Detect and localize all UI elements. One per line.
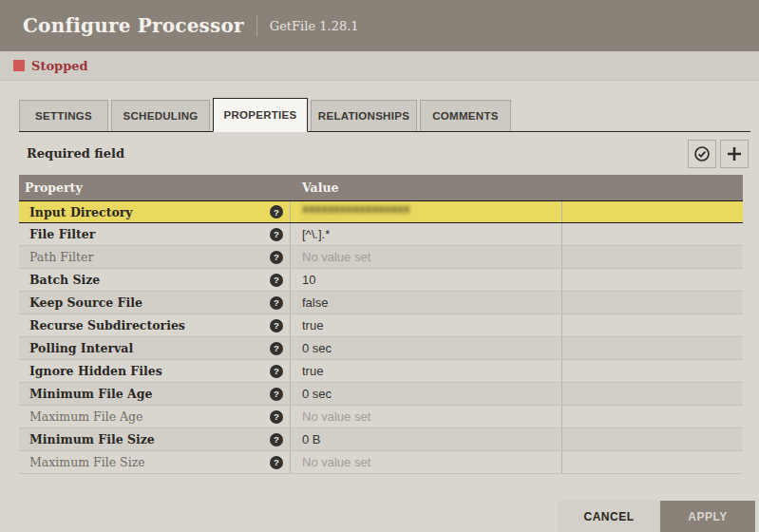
- property-value: 10: [302, 273, 315, 287]
- help-icon[interactable]: ?: [270, 410, 283, 424]
- property-value-cell[interactable]: true: [291, 314, 562, 336]
- tab-label: COMMENTS: [432, 110, 498, 122]
- help-icon[interactable]: ?: [270, 251, 283, 264]
- help-icon[interactable]: ?: [270, 228, 283, 241]
- property-name: Batch Size: [29, 273, 100, 287]
- property-value-cell[interactable]: 0 B: [291, 428, 562, 450]
- property-value: false: [302, 295, 328, 310]
- help-icon[interactable]: ?: [270, 388, 283, 401]
- property-value-cell[interactable]: No value set: [291, 406, 562, 428]
- property-name: Polling Interval: [29, 341, 133, 355]
- property-name: Minimum File Age: [29, 387, 152, 401]
- property-value: [^\.].*: [302, 227, 330, 241]
- property-name: Minimum File Size: [29, 432, 155, 446]
- help-icon[interactable]: ?: [270, 274, 283, 287]
- help-icon[interactable]: ?: [270, 365, 283, 378]
- table-row-path-filter[interactable]: Path Filter ? No value set: [19, 246, 743, 269]
- status-bar: Stopped: [0, 51, 759, 81]
- property-value: 0 sec: [302, 341, 332, 355]
- add-property-button[interactable]: [720, 140, 749, 168]
- processor-type-version: GetFile 1.28.1: [270, 19, 359, 33]
- tab-bar: SETTINGS SCHEDULING PROPERTIES RELATIONS…: [19, 98, 750, 132]
- tab-settings[interactable]: SETTINGS: [19, 100, 108, 131]
- property-value-cell[interactable]: [^\.].*: [291, 223, 562, 245]
- property-name: Input Directory: [29, 205, 133, 219]
- table-row-maximum-file-size[interactable]: Maximum File Size ? No value set: [19, 451, 743, 474]
- property-name: Ignore Hidden Files: [29, 364, 162, 378]
- table-row-ignore-hidden-files[interactable]: Ignore Hidden Files ? true: [19, 360, 743, 383]
- help-icon[interactable]: ?: [270, 319, 283, 332]
- status-label: Stopped: [31, 59, 88, 73]
- property-value-redacted-fragment: ... .. ... .: [302, 214, 409, 223]
- tab-label: RELATIONSHIPS: [318, 110, 409, 122]
- tab-comments[interactable]: COMMENTS: [420, 100, 511, 131]
- tab-label: PROPERTIES: [223, 109, 296, 121]
- property-value-cell[interactable]: 10: [291, 269, 562, 291]
- property-value-cell[interactable]: 0 sec: [291, 337, 562, 359]
- property-value: 0 sec: [302, 387, 332, 401]
- property-name: File Filter: [29, 227, 95, 241]
- help-icon[interactable]: ?: [270, 456, 283, 469]
- property-value-cell[interactable]: No value set: [291, 451, 562, 473]
- help-icon[interactable]: ?: [270, 296, 283, 310]
- dialog-footer: CANCEL APPLY: [558, 501, 755, 532]
- property-value-cell[interactable]: No value set: [291, 246, 562, 268]
- toolbar-buttons: [688, 140, 749, 168]
- configure-processor-dialog: Configure Processor GetFile 1.28.1 Stopp…: [0, 0, 759, 532]
- property-name: Path Filter: [29, 250, 93, 264]
- properties-table: Property Value Input Directory ? xxxxxxx…: [19, 175, 743, 474]
- apply-button[interactable]: APPLY: [660, 501, 755, 532]
- table-row-input-directory[interactable]: Input Directory ? xxxxxxxxxxxxxxxxx ... …: [19, 200, 743, 223]
- property-value: true: [302, 364, 323, 378]
- property-value: 0 B: [302, 432, 321, 446]
- stopped-status-icon: [13, 60, 25, 71]
- help-icon[interactable]: ?: [270, 205, 283, 218]
- dialog-title: Configure Processor: [23, 14, 244, 37]
- table-row-maximum-file-age[interactable]: Maximum File Age ? No value set: [19, 406, 743, 428]
- required-field-label: Required field: [27, 146, 124, 161]
- property-value: true: [302, 318, 323, 332]
- tab-label: SETTINGS: [35, 110, 92, 122]
- cancel-button[interactable]: CANCEL: [558, 501, 660, 532]
- property-value-cell[interactable]: 0 sec: [291, 383, 562, 405]
- property-name: Recurse Subdirectories: [29, 318, 185, 332]
- property-name: Maximum File Size: [29, 455, 145, 469]
- table-header-row: Property Value: [19, 175, 743, 200]
- properties-toolbar: Required field: [0, 132, 759, 175]
- help-icon[interactable]: ?: [270, 342, 283, 355]
- tab-properties[interactable]: PROPERTIES: [213, 98, 308, 132]
- property-value-cell[interactable]: true: [291, 360, 562, 382]
- check-circle-icon: [693, 145, 711, 162]
- property-value: No value set: [302, 455, 370, 469]
- plus-icon: [726, 145, 743, 162]
- property-name: Maximum File Age: [29, 409, 143, 424]
- tab-relationships[interactable]: RELATIONSHIPS: [311, 100, 417, 131]
- property-value-cell[interactable]: xxxxxxxxxxxxxxxxx ... .. ... .: [291, 201, 562, 222]
- help-icon[interactable]: ?: [270, 433, 283, 446]
- table-row-batch-size[interactable]: Batch Size ? 10: [19, 269, 743, 292]
- table-row-file-filter[interactable]: File Filter ? [^\.].*: [19, 223, 743, 246]
- verify-properties-button[interactable]: [688, 140, 716, 168]
- property-value-redacted: xxxxxxxxxxxxxxxxx: [302, 204, 409, 214]
- dialog-header: Configure Processor GetFile 1.28.1: [0, 0, 759, 51]
- property-value: No value set: [302, 409, 370, 424]
- tab-scheduling[interactable]: SCHEDULING: [111, 100, 210, 131]
- table-row-keep-source-file[interactable]: Keep Source File ? false: [19, 292, 743, 314]
- table-row-polling-interval[interactable]: Polling Interval ? 0 sec: [19, 337, 743, 360]
- column-header-property: Property: [19, 180, 291, 195]
- table-row-minimum-file-age[interactable]: Minimum File Age ? 0 sec: [19, 383, 743, 406]
- property-name: Keep Source File: [29, 295, 142, 310]
- table-row-minimum-file-size[interactable]: Minimum File Size ? 0 B: [19, 428, 743, 451]
- title-divider: [256, 15, 257, 36]
- tab-label: SCHEDULING: [123, 110, 198, 122]
- property-value-cell[interactable]: false: [291, 292, 562, 314]
- table-row-recurse-subdirectories[interactable]: Recurse Subdirectories ? true: [19, 314, 743, 337]
- column-header-value: Value: [291, 180, 562, 195]
- property-value: No value set: [302, 250, 370, 264]
